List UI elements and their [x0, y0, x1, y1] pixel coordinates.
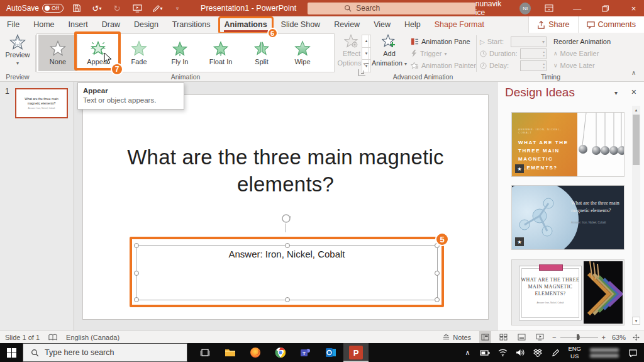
chrome-icon[interactable] — [268, 343, 293, 362]
answer-textbox[interactable]: Answer: Iron, Nickel, Cobalt — [136, 245, 438, 300]
zoom-slider-thumb[interactable] — [577, 334, 579, 340]
tab-home[interactable]: Home — [26, 16, 61, 33]
tab-review[interactable]: Review — [327, 16, 367, 33]
design-idea-1[interactable]: ANSWER: IRON, NICKEL, COBALT WHAT ARE TH… — [511, 112, 625, 177]
file-explorer-icon[interactable] — [218, 343, 243, 362]
taskbar-search-box[interactable]: Type here to search — [23, 343, 187, 362]
quick-access-customize-icon[interactable]: ▿ — [170, 2, 184, 14]
animation-wipe[interactable]: Wipe — [283, 35, 322, 71]
user-avatar[interactable]: NI — [519, 3, 531, 14]
thumbnail-answer-text: Answer: Iron, Nickel, Cobalt — [28, 107, 55, 110]
battery-icon[interactable] — [477, 343, 492, 362]
save-icon[interactable] — [70, 2, 84, 14]
collapse-ribbon-icon[interactable]: ∧ — [631, 69, 636, 76]
group-divider — [369, 35, 369, 72]
clock-blurred[interactable] — [586, 348, 623, 358]
tab-help[interactable]: Help — [397, 16, 428, 33]
share-button[interactable]: Share — [528, 16, 577, 33]
design-pane-scrollbar[interactable]: ▴ ▾ — [632, 106, 640, 325]
autosave-toggle[interactable]: AutoSave Off — [6, 4, 64, 13]
language-indicator[interactable]: English (Canada) — [66, 334, 119, 341]
design-idea-1-kicker: ANSWER: IRON, NICKEL, COBALT — [518, 128, 574, 134]
fit-slide-to-window-icon[interactable] — [632, 334, 640, 341]
resize-handle-s[interactable] — [285, 297, 290, 302]
zoom-in-icon[interactable]: + — [602, 334, 606, 341]
resize-handle-se[interactable] — [435, 297, 440, 302]
reading-view-button[interactable] — [516, 331, 528, 344]
zoom-slider[interactable]: − + — [552, 334, 606, 341]
answer-text[interactable]: Answer: Iron, Nickel, Cobalt — [136, 249, 437, 259]
slide-thumbnail[interactable]: What are the three main magnetic element… — [15, 88, 68, 118]
tab-insert[interactable]: Insert — [62, 16, 95, 33]
animation-fade[interactable]: Fade — [119, 35, 158, 71]
start-button[interactable] — [0, 343, 23, 362]
trigger-icon — [411, 50, 418, 57]
spellcheck-book-icon[interactable] — [48, 334, 57, 341]
design-idea-3[interactable]: WHAT ARE THE THREE MAIN MAGNETIC ELEMENT… — [511, 259, 625, 325]
zoom-out-icon[interactable]: − — [552, 334, 556, 341]
language-tray-indicator[interactable]: ENG US — [565, 345, 584, 360]
fly-in-star-icon — [172, 40, 188, 57]
task-view-button[interactable] — [192, 343, 218, 362]
wifi-icon[interactable] — [495, 343, 510, 362]
action-center-icon[interactable] — [625, 343, 640, 362]
search-box[interactable]: Search — [308, 3, 475, 14]
slideshow-view-button[interactable] — [534, 331, 546, 344]
normal-view-button[interactable] — [479, 331, 491, 344]
design-idea-2[interactable]: What are the three main magnetic element… — [511, 185, 625, 250]
animation-pane-button[interactable]: Animation Pane — [411, 37, 470, 47]
rotate-handle-icon[interactable] — [280, 212, 292, 225]
undo-icon[interactable]: ↺▾ — [90, 2, 104, 14]
trigger-button: Trigger▾ — [411, 48, 447, 59]
firefox-icon[interactable] — [243, 343, 268, 362]
tab-file[interactable]: File — [0, 16, 26, 33]
tab-animations[interactable]: Animations — [218, 16, 274, 33]
tab-shape-format[interactable]: Shape Format — [428, 16, 491, 33]
animation-none[interactable]: None — [38, 35, 77, 71]
design-idea-2-title: What are the three main magnetic element… — [571, 200, 620, 215]
zoom-level[interactable]: 63% — [612, 334, 626, 341]
minimize-button[interactable]: — — [567, 0, 587, 16]
animation-fly-in[interactable]: Fly In — [160, 35, 199, 71]
slide-title-text[interactable]: What are the three main magnetic element… — [122, 144, 449, 198]
notes-button[interactable]: Notes — [440, 331, 473, 344]
pen-input-icon[interactable] — [548, 343, 563, 362]
notes-icon — [442, 334, 450, 341]
comments-button[interactable]: Comments — [578, 16, 644, 33]
resize-handle-e[interactable] — [435, 271, 440, 276]
restore-button[interactable] — [595, 0, 616, 16]
user-name[interactable]: nunavik ice — [475, 0, 512, 17]
animation-float-in[interactable]: Float In — [201, 35, 240, 71]
tab-transitions[interactable]: Transitions — [165, 16, 218, 33]
powerpoint-taskbar-icon[interactable]: P — [343, 343, 369, 362]
tab-design[interactable]: Design — [127, 16, 165, 33]
teams-icon[interactable]: T — [293, 343, 318, 362]
search-icon — [344, 4, 352, 12]
design-ideas-close-icon[interactable]: × — [631, 87, 636, 97]
start-from-beginning-icon[interactable] — [130, 2, 144, 14]
add-animation-button[interactable]: Add Animation ▾ — [371, 34, 408, 72]
resize-handle-sw[interactable] — [134, 297, 139, 302]
animation-split[interactable]: Split — [242, 35, 281, 71]
slide-canvas[interactable]: What are the three main magnetic element… — [83, 95, 488, 319]
scrollbar-up-icon[interactable]: ▴ — [632, 106, 640, 114]
volume-icon[interactable] — [513, 343, 528, 362]
scrollbar-thumb[interactable] — [633, 115, 640, 165]
scrollbar-down-icon[interactable]: ▾ — [632, 317, 640, 325]
outlook-icon[interactable] — [318, 343, 343, 362]
ribbon-display-options-icon[interactable] — [538, 0, 559, 16]
dropbox-icon[interactable] — [530, 343, 545, 362]
close-button[interactable]: × — [623, 0, 644, 16]
resize-handle-nw[interactable] — [134, 243, 139, 248]
tab-view[interactable]: View — [367, 16, 397, 33]
resize-handle-n[interactable] — [285, 243, 290, 248]
tab-draw[interactable]: Draw — [95, 16, 127, 33]
tray-chevron-up-icon[interactable]: ∧ — [460, 343, 475, 362]
preview-button[interactable]: Preview ▾ — [2, 34, 33, 72]
tab-slide-show[interactable]: Slide Show — [274, 16, 328, 33]
resize-handle-w[interactable] — [134, 271, 139, 276]
design-ideas-menu-icon[interactable]: ▾ — [614, 89, 618, 96]
slide-thumbnail-pane: 1 What are the three main magnetic eleme… — [0, 82, 74, 331]
draw-pen-icon[interactable]: ▾ — [150, 2, 164, 14]
slide-sorter-view-button[interactable] — [497, 331, 509, 344]
